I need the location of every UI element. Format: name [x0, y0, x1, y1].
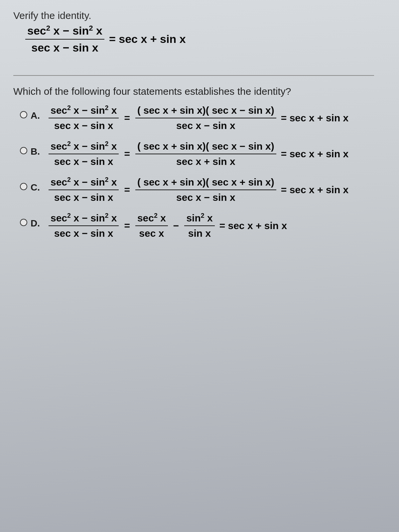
option-b-label: B. — [31, 146, 43, 157]
identity-lhs-num: sec2 x − sin2 x — [25, 23, 104, 38]
identity-lhs-den: sec x − sin x — [29, 40, 100, 55]
section-divider — [13, 75, 374, 76]
option-b-math: sec2 x − sin2 x sec x − sin x = ( sec x … — [47, 140, 348, 168]
option-d-label: D. — [31, 218, 43, 229]
option-a-radio[interactable] — [20, 111, 27, 118]
option-c-label: C. — [31, 182, 43, 193]
option-c-row: C. sec2 x − sin2 x sec x − sin x = ( sec… — [13, 176, 389, 204]
identity-rhs: = sec x + sin x — [109, 33, 186, 46]
option-c-math: sec2 x − sin2 x sec x − sin x = ( sec x … — [47, 176, 348, 204]
option-a-row: A. sec2 x − sin2 x sec x − sin x = ( sec… — [13, 104, 389, 132]
verify-title: Verify the identity. — [13, 10, 389, 21]
option-a-math: sec2 x − sin2 x sec x − sin x = ( sec x … — [47, 104, 348, 132]
option-b-row: B. sec2 x − sin2 x sec x − sin x = ( sec… — [13, 140, 389, 168]
identity-lhs-fraction: sec2 x − sin2 x sec x − sin x — [25, 23, 104, 55]
option-b-radio[interactable] — [20, 147, 27, 154]
identity-expression: sec2 x − sin2 x sec x − sin x = sec x + … — [23, 23, 389, 55]
page-container: Verify the identity. sec2 x − sin2 x sec… — [0, 0, 399, 532]
fraction-bar — [25, 39, 104, 40]
option-d-math: sec2 x − sin2 x sec x − sin x = sec2 x s… — [47, 211, 287, 240]
option-d-radio[interactable] — [20, 219, 27, 226]
option-d-row: D. sec2 x − sin2 x sec x − sin x = sec2 … — [13, 211, 389, 240]
question-text: Which of the following four statements e… — [13, 86, 389, 97]
option-c-radio[interactable] — [20, 183, 27, 190]
option-a-label: A. — [31, 110, 43, 121]
